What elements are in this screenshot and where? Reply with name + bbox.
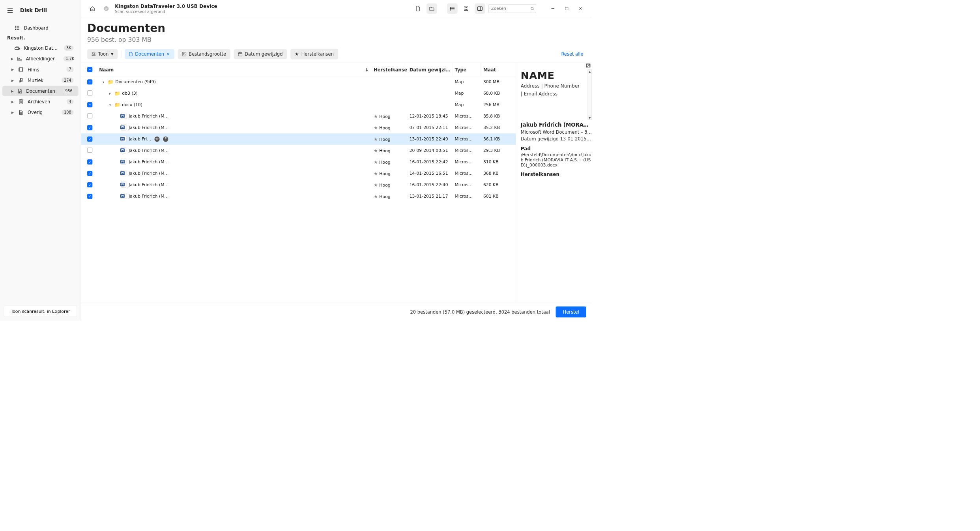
chevron-right-icon[interactable]: ▸ [108,92,112,95]
show-in-explorer-button[interactable]: Toon scanresult. in Explorer [4,306,77,317]
recovery-chance: Hoog [378,182,391,187]
svg-rect-5 [19,27,19,28]
row-checkbox[interactable] [87,171,92,176]
row-checkbox[interactable] [87,79,92,84]
thumb-line: Address | Phone Number [521,83,590,89]
file-name: docx (10) [122,102,142,107]
chevron-down-icon: ▼ [111,52,113,56]
table-row[interactable]: Jakub Fridrich (M…★ Hoog20-09-2014 00:51… [81,145,516,156]
menu-icon[interactable] [5,5,15,16]
chevron-right-icon[interactable]: ▶ [11,100,14,104]
star-icon: ★ [374,136,378,142]
filter-chance[interactable]: ★ Herstelkansen [290,49,338,60]
row-checkbox[interactable] [87,182,92,187]
svg-rect-6 [15,29,16,30]
table-row[interactable]: ▾📁docx (10)Map256 MB [81,99,516,110]
row-checkbox[interactable] [87,102,92,107]
svg-point-18 [450,7,451,7]
view-grid-icon[interactable] [461,3,471,14]
table-body[interactable]: ▾📁Documenten (949)Map300 MB▸📁db3 (3)Map6… [81,76,516,303]
col-type[interactable]: Type [452,63,481,76]
window-minimize-icon[interactable] [548,3,558,14]
table-row[interactable]: Jakub Fridrich (M…★ Hoog16-01-2015 22:40… [81,179,516,191]
filter-documents[interactable]: Documenten ✕ [125,49,174,59]
svg-rect-27 [565,7,568,10]
window-maximize-icon[interactable] [561,3,572,14]
filter-size[interactable]: Bestandsgrootte [178,49,230,59]
nav-dashboard[interactable]: Dashboard [2,23,79,33]
word-file-icon [121,112,126,120]
table-row[interactable]: Jakub Fridrich (M…★ Hoog12-01-2015 18:45… [81,110,516,122]
scroll-down-icon[interactable]: ▼ [587,116,592,120]
reset-filters[interactable]: Reset alle [561,51,585,56]
row-checkbox[interactable] [87,113,92,118]
nav-device[interactable]: Kingston DataTraveler 3.0… 3K [2,43,79,53]
row-checkbox[interactable] [87,159,92,165]
filter-date[interactable]: Datum gewijzigd [234,49,287,59]
date-cell: 12-01-2015 18:45 [407,114,453,119]
view-folder-icon[interactable] [426,3,437,14]
col-size[interactable]: Maat [481,63,512,76]
filter-show[interactable]: Toon ▼ [87,49,118,59]
filter-row: Toon ▼ Documenten ✕ Bestandsgrootte Datu… [81,45,592,63]
chevron-right-icon[interactable]: ▶ [11,78,14,82]
size-cell: 368 KB [481,171,512,176]
preview-chance-label: Herstelkansen [521,172,592,177]
table-row[interactable]: Jakub Fri…👁#★ Hoog13-01-2015 22:49Micros… [81,133,516,145]
nav-music[interactable]: ▶ Muziek 274 [2,75,79,85]
svg-point-17 [104,6,108,11]
row-checkbox[interactable] [87,125,92,130]
window-close-icon[interactable] [575,3,586,14]
count-pill: 108 [62,110,74,115]
chevron-down-icon[interactable]: ▾ [108,103,112,107]
table-header: Naam↓ Herstelkansen Datum gewijzi… Type … [81,63,516,76]
content: Kingston DataTraveler 3.0 USB Device Sca… [81,0,592,321]
row-checkbox[interactable] [87,90,92,95]
table-row[interactable]: Jakub Fridrich (M…★ Hoog16-01-2015 22:42… [81,156,516,168]
row-checkbox[interactable] [87,136,92,142]
table-row[interactable]: Jakub Fridrich (M…★ Hoog14-01-2015 16:51… [81,168,516,179]
header-subtitle: Scan succesvol afgerond [115,9,217,14]
table-row[interactable]: ▸📁db3 (3)Map68.0 KB [81,88,516,99]
thumb-scrollbar[interactable]: ▲ ▼ [587,69,592,120]
recover-button[interactable]: Herstel [555,307,586,318]
count-pill: 7 [66,67,73,72]
home-icon[interactable] [87,3,98,14]
toggle-preview-icon[interactable] [475,3,485,14]
nav-documents[interactable]: ▶ Documenten 956 [2,86,79,96]
svg-point-30 [93,55,94,56]
hash-badge-icon[interactable]: # [163,136,168,142]
chevron-right-icon[interactable]: ▶ [11,89,14,93]
preview-badge-icon[interactable]: 👁 [155,136,160,142]
table-row[interactable]: Jakub Fridrich (M…★ Hoog07-01-2015 22:11… [81,122,516,133]
select-all-checkbox[interactable] [87,67,92,72]
chevron-right-icon[interactable]: ▶ [11,57,14,61]
recovery-chance: Hoog [378,114,391,119]
search-input[interactable] [488,4,536,13]
count-pill: 3K [64,45,74,51]
col-name[interactable]: Naam↓ [97,63,371,76]
svg-rect-16 [21,102,21,103]
row-checkbox[interactable] [87,148,92,153]
col-date[interactable]: Datum gewijzi… [407,63,453,76]
sliders-icon [92,52,96,56]
word-file-icon [121,170,126,177]
chevron-down-icon[interactable]: ▾ [101,80,105,84]
scroll-up-icon[interactable]: ▲ [587,69,592,73]
chevron-right-icon[interactable]: ▶ [11,67,14,71]
star-icon: ★ [374,148,378,153]
chevron-right-icon[interactable]: ▶ [11,110,14,114]
col-chance[interactable]: Herstelkansen [371,63,407,76]
close-icon[interactable]: ✕ [166,52,170,57]
nav-other[interactable]: ▶ Overig 108 [2,107,79,118]
nav-images[interactable]: ▶ Afbeeldingen 1.7K [2,54,79,64]
nav-archives[interactable]: ▶ Archieven 4 [2,97,79,107]
nav-films[interactable]: ▶ Films 7 [2,64,79,75]
star-icon: ★ [374,113,378,119]
row-checkbox[interactable] [87,194,92,199]
table-row[interactable]: Jakub Fridrich (M…★ Hoog13-01-2015 21:17… [81,191,516,202]
view-file-icon[interactable] [413,3,423,14]
table-row[interactable]: ▾📁Documenten (949)Map300 MB [81,76,516,88]
view-list-icon[interactable] [447,3,458,14]
recovery-chance: Hoog [378,159,391,165]
